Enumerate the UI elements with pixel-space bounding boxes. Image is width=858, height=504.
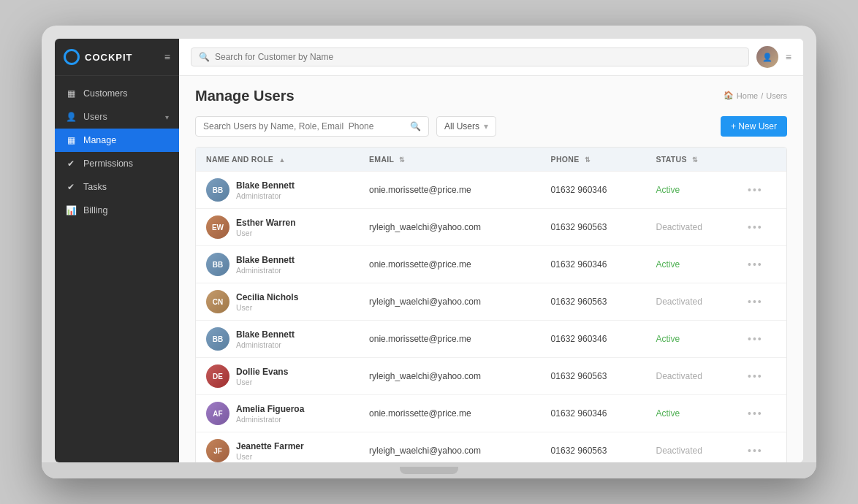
search-input[interactable]: [215, 52, 741, 62]
sort-icon: ⇅: [399, 156, 405, 164]
breadcrumb-current: Users: [766, 91, 787, 100]
top-menu-icon[interactable]: ≡: [786, 51, 791, 63]
row-actions[interactable]: •••: [737, 395, 786, 432]
row-actions[interactable]: •••: [737, 432, 786, 463]
content-area: Manage Users 🏠 Home / Users 🔍: [179, 76, 803, 462]
user-name-cell: AF Amelia Figueroa Administrator: [196, 395, 359, 432]
top-bar-right: 👤 ≡: [756, 46, 791, 68]
row-actions[interactable]: •••: [737, 283, 786, 321]
row-actions[interactable]: •••: [737, 358, 786, 395]
permissions-icon: ✔: [65, 159, 77, 169]
more-options-icon[interactable]: •••: [748, 259, 763, 270]
user-email: ryleigh_waelchi@yahoo.com: [359, 209, 541, 246]
avatar: BB: [206, 178, 229, 202]
user-name-cell: EW Esther Warren User: [196, 209, 359, 246]
user-phone: 01632 960346: [541, 172, 646, 209]
page-title: Manage Users: [195, 88, 295, 104]
user-role: Administrator: [236, 415, 304, 424]
col-name[interactable]: NAME AND ROLE ▲: [196, 148, 359, 172]
sidebar-logo: COCKPIT ≡: [55, 39, 179, 76]
sidebar-item-label: Billing: [83, 205, 107, 215]
billing-icon: 📊: [65, 205, 77, 215]
table-row: EW Esther Warren User ryleigh_waelchi@ya…: [196, 209, 786, 246]
avatar: JF: [206, 439, 229, 462]
row-actions[interactable]: •••: [737, 172, 786, 209]
sidebar-item-tasks[interactable]: ✔ Tasks: [55, 175, 179, 199]
sidebar-item-billing[interactable]: 📊 Billing: [55, 199, 179, 222]
sidebar-item-users[interactable]: 👤 Users ▾: [55, 105, 179, 129]
user-status: Deactivated: [646, 283, 738, 321]
filter-dropdown[interactable]: All Users ▾: [436, 116, 496, 137]
chevron-down-icon: ▾: [484, 121, 488, 131]
col-phone[interactable]: PHONE ⇅: [541, 148, 646, 172]
user-role: User: [236, 378, 288, 386]
more-options-icon[interactable]: •••: [748, 445, 763, 457]
table-row: AF Amelia Figueroa Administrator onie.mo…: [196, 395, 786, 432]
avatar[interactable]: 👤: [756, 46, 778, 68]
user-email: onie.morissette@price.me: [359, 246, 541, 283]
user-phone: 01632 960346: [541, 246, 646, 283]
user-email: onie.morissette@price.me: [359, 172, 541, 209]
avatar: DE: [206, 364, 229, 388]
row-actions[interactable]: •••: [737, 209, 786, 246]
toolbar: 🔍 All Users ▾ + New User: [195, 116, 787, 137]
user-role: User: [236, 303, 298, 312]
user-status: Deactivated: [646, 432, 738, 463]
user-email: ryleigh_waelchi@yahoo.com: [359, 432, 541, 463]
logo-circle-icon: [64, 49, 80, 65]
more-options-icon[interactable]: •••: [748, 184, 763, 196]
user-phone: 01632 960563: [541, 432, 646, 463]
users-search[interactable]: 🔍: [195, 116, 429, 137]
sidebar: COCKPIT ≡ ▦ Customers 👤 Users ▾ ▦ Manage: [55, 39, 179, 462]
avatar: BB: [206, 327, 229, 351]
users-search-input[interactable]: [203, 121, 406, 131]
new-user-button[interactable]: + New User: [721, 116, 787, 137]
table-row: CN Cecilia Nichols User ryleigh_waelchi@…: [196, 283, 786, 321]
user-email: ryleigh_waelchi@yahoo.com: [359, 283, 541, 321]
user-name: Esther Warren: [236, 218, 296, 228]
sidebar-item-customers[interactable]: ▦ Customers: [55, 82, 179, 105]
home-icon: 🏠: [724, 91, 734, 100]
manage-icon: ▦: [65, 135, 77, 145]
table-row: BB Blake Bennett Administrator onie.mori…: [196, 246, 786, 283]
user-name: Amelia Figueroa: [236, 404, 304, 414]
row-actions[interactable]: •••: [737, 321, 786, 358]
avatar: BB: [206, 253, 229, 276]
more-options-icon[interactable]: •••: [748, 408, 763, 419]
user-status: Active: [646, 321, 738, 358]
avatar: CN: [206, 290, 229, 313]
user-email: onie.morissette@price.me: [359, 395, 541, 432]
table-row: BB Blake Bennett Administrator onie.mori…: [196, 172, 786, 209]
sidebar-item-label: Permissions: [83, 159, 133, 169]
sidebar-item-permissions[interactable]: ✔ Permissions: [55, 152, 179, 175]
tasks-icon: ✔: [65, 182, 77, 192]
hamburger-icon[interactable]: ≡: [164, 51, 170, 63]
user-name-cell: BB Blake Bennett Administrator: [196, 321, 359, 358]
user-phone: 01632 960563: [541, 358, 646, 395]
more-options-icon[interactable]: •••: [748, 221, 763, 233]
avatar: AF: [206, 402, 229, 425]
sidebar-item-label: Tasks: [83, 182, 107, 192]
sort-icon: ▲: [278, 156, 285, 164]
user-name: Jeanette Farmer: [236, 441, 304, 451]
sidebar-item-manage[interactable]: ▦ Manage: [55, 129, 179, 152]
more-options-icon[interactable]: •••: [748, 296, 763, 308]
user-name-cell: BB Blake Bennett Administrator: [196, 172, 359, 209]
row-actions[interactable]: •••: [737, 246, 786, 283]
user-name: Cecilia Nichols: [236, 292, 298, 302]
search-icon: 🔍: [410, 121, 421, 131]
user-name: Blake Bennett: [236, 180, 295, 191]
more-options-icon[interactable]: •••: [748, 370, 763, 382]
user-name-cell: JF Jeanette Farmer User: [196, 432, 359, 463]
sort-icon: ⇅: [585, 156, 591, 164]
global-search[interactable]: 🔍: [191, 47, 749, 66]
user-name-cell: DE Dollie Evans User: [196, 358, 359, 395]
user-status: Active: [646, 395, 738, 432]
customers-icon: ▦: [65, 88, 77, 99]
sidebar-item-label: Users: [83, 112, 107, 122]
page-header: Manage Users 🏠 Home / Users: [195, 88, 787, 104]
users-table: NAME AND ROLE ▲ EMAIL ⇅ PHONE ⇅: [195, 147, 787, 462]
col-status[interactable]: STATUS ⇅: [646, 148, 738, 172]
col-email[interactable]: EMAIL ⇅: [359, 148, 541, 172]
more-options-icon[interactable]: •••: [748, 333, 763, 345]
